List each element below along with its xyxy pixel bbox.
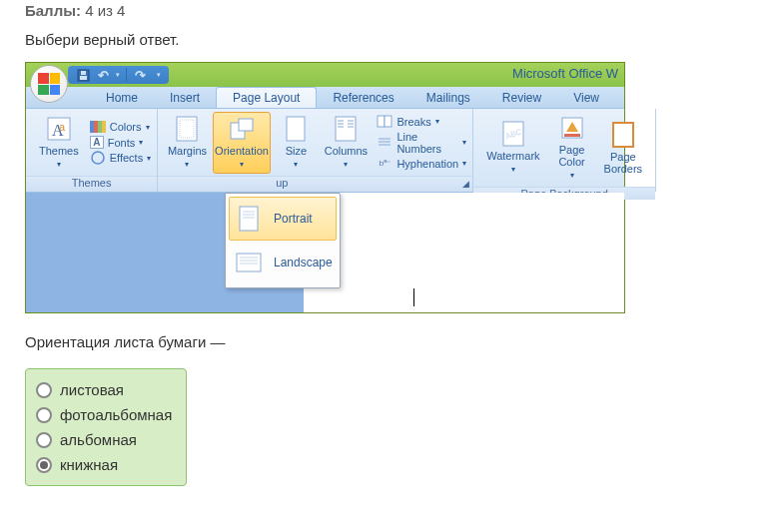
svg-rect-14 bbox=[239, 119, 253, 131]
prompt-text: Выбери верный ответ. bbox=[0, 25, 781, 62]
ribbon-tabs: Home Insert Page Layout References Maili… bbox=[26, 87, 624, 109]
question-text: Ориентация листа бумаги — bbox=[0, 313, 781, 368]
answer-option-1[interactable]: листовая bbox=[36, 377, 172, 402]
effects-icon bbox=[90, 151, 106, 165]
answer-option-2[interactable]: фотоальбомная bbox=[36, 402, 172, 427]
page-borders-icon bbox=[609, 121, 637, 149]
redo-icon[interactable]: ↷ bbox=[133, 68, 147, 82]
size-icon bbox=[282, 115, 310, 143]
orientation-dropdown: Portrait Landscape bbox=[225, 193, 341, 288]
ribbon: Aa Themes ▾ Colors▾ A Fonts▾ bbox=[26, 109, 624, 193]
colors-button[interactable]: Colors▾ bbox=[90, 119, 151, 135]
themes-icon: Aa bbox=[45, 115, 73, 143]
page-borders-button[interactable]: Page Borders bbox=[597, 118, 650, 178]
app-title: Microsoft Office W bbox=[512, 66, 618, 81]
svg-rect-6 bbox=[90, 121, 94, 133]
radio-icon[interactable] bbox=[36, 432, 52, 448]
score-value: 4 из 4 bbox=[85, 2, 125, 19]
svg-rect-9 bbox=[102, 121, 106, 133]
effects-button[interactable]: Effects▾ bbox=[90, 150, 151, 166]
landscape-icon bbox=[236, 250, 262, 275]
orientation-option-landscape[interactable]: Landscape bbox=[229, 241, 337, 284]
tab-home[interactable]: Home bbox=[90, 88, 154, 108]
radio-icon[interactable] bbox=[36, 457, 52, 473]
svg-rect-7 bbox=[94, 121, 98, 133]
portrait-icon bbox=[236, 206, 262, 232]
score-line: Баллы: 4 из 4 bbox=[0, 0, 781, 25]
group-page-background: ABC Watermark ▾ Page Color ▾ Page bbox=[473, 109, 656, 192]
title-bar: ↶ ▾ ↷ ▾ Microsoft Office W bbox=[26, 63, 624, 87]
save-icon[interactable] bbox=[76, 68, 90, 82]
themes-button[interactable]: Aa Themes ▾ bbox=[32, 112, 86, 174]
columns-icon bbox=[332, 115, 360, 143]
fonts-button[interactable]: A Fonts▾ bbox=[90, 135, 151, 150]
tab-mailings[interactable]: Mailings bbox=[410, 88, 486, 108]
quick-access-toolbar: ↶ ▾ ↷ ▾ bbox=[68, 66, 169, 84]
svg-rect-15 bbox=[287, 117, 305, 141]
office-button[interactable] bbox=[30, 65, 68, 103]
radio-icon[interactable] bbox=[36, 407, 52, 423]
line-numbers-icon bbox=[377, 136, 392, 150]
orientation-option-portrait[interactable]: Portrait bbox=[229, 197, 337, 241]
undo-icon[interactable]: ↶ bbox=[96, 68, 110, 82]
tab-review[interactable]: Review bbox=[486, 88, 557, 108]
tab-references[interactable]: References bbox=[317, 88, 409, 108]
margins-icon bbox=[173, 115, 201, 143]
svg-point-10 bbox=[92, 152, 104, 164]
answer-box: листовая фотоальбомная альбомная книжная bbox=[25, 368, 187, 486]
group-label-page-setup: up ◢ bbox=[158, 176, 472, 192]
watermark-button[interactable]: ABC Watermark ▾ bbox=[479, 117, 546, 179]
watermark-icon: ABC bbox=[499, 120, 527, 148]
tab-page-layout[interactable]: Page Layout bbox=[216, 87, 317, 108]
word-screenshot: ↶ ▾ ↷ ▾ Microsoft Office W Home Insert P… bbox=[25, 62, 625, 313]
colors-icon bbox=[90, 120, 106, 134]
doc-page[interactable] bbox=[304, 193, 624, 312]
answer-option-4[interactable]: книжная bbox=[36, 452, 172, 477]
svg-text:a: a bbox=[59, 121, 66, 133]
line-numbers-button[interactable]: Line Numbers▾ bbox=[377, 130, 466, 156]
margins-button[interactable]: Margins ▾ bbox=[164, 112, 210, 174]
group-themes: Aa Themes ▾ Colors▾ A Fonts▾ bbox=[26, 109, 158, 192]
orientation-button[interactable]: Orientation ▾ bbox=[213, 112, 272, 174]
orientation-icon bbox=[228, 115, 256, 143]
breaks-button[interactable]: Breaks▾ bbox=[377, 114, 466, 130]
svg-rect-23 bbox=[378, 116, 385, 127]
score-label: Баллы: bbox=[25, 2, 81, 19]
tab-view[interactable]: View bbox=[557, 88, 615, 108]
svg-rect-8 bbox=[98, 121, 102, 133]
page-color-icon bbox=[558, 114, 586, 142]
page-color-button[interactable]: Page Color ▾ bbox=[549, 111, 595, 185]
svg-rect-37 bbox=[237, 254, 261, 271]
group-label-themes: Themes bbox=[26, 176, 157, 192]
answer-option-3[interactable]: альбомная bbox=[36, 427, 172, 452]
hyphenation-button[interactable]: bª⁻ Hyphenation▾ bbox=[377, 156, 466, 172]
svg-rect-33 bbox=[240, 207, 258, 231]
svg-rect-2 bbox=[81, 71, 86, 75]
fonts-icon: A bbox=[90, 136, 104, 149]
text-cursor bbox=[413, 288, 414, 306]
radio-icon[interactable] bbox=[36, 382, 52, 398]
columns-button[interactable]: Columns ▾ bbox=[321, 112, 371, 174]
svg-rect-32 bbox=[613, 123, 633, 147]
breaks-icon bbox=[377, 115, 392, 129]
svg-rect-1 bbox=[80, 76, 87, 80]
hyphenation-icon: bª⁻ bbox=[377, 157, 392, 171]
size-button[interactable]: Size ▾ bbox=[273, 112, 319, 174]
tab-insert[interactable]: Insert bbox=[154, 88, 216, 108]
dialog-launcher-icon[interactable]: ◢ bbox=[462, 179, 469, 189]
group-page-setup: Margins ▾ Orientation ▾ Size ▾ bbox=[158, 109, 473, 192]
office-logo-icon bbox=[38, 73, 60, 95]
svg-rect-24 bbox=[385, 116, 391, 127]
svg-rect-31 bbox=[564, 134, 580, 137]
